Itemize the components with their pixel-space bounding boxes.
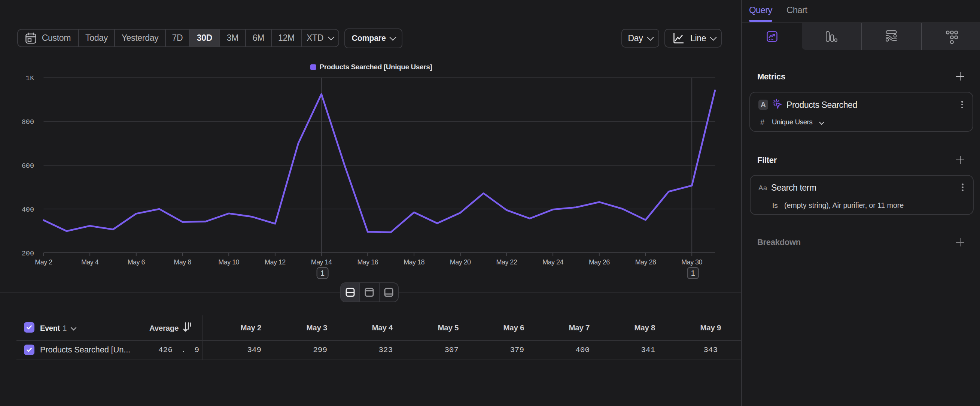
svg-text:1: 1 (691, 269, 695, 277)
svg-text:May 18: May 18 (404, 258, 425, 266)
svg-text:May 30: May 30 (681, 258, 702, 266)
svg-text:May 16: May 16 (357, 258, 378, 266)
svg-text:1: 1 (320, 269, 325, 277)
svg-text:Products Searched [Unique User: Products Searched [Unique Users] (320, 63, 432, 71)
svg-text:400: 400 (22, 206, 34, 214)
svg-text:May 10: May 10 (218, 258, 239, 266)
svg-text:600: 600 (22, 162, 34, 170)
svg-text:May 12: May 12 (265, 258, 286, 266)
svg-text:May 28: May 28 (635, 258, 656, 266)
svg-text:May 8: May 8 (174, 258, 191, 266)
svg-text:May 26: May 26 (589, 258, 610, 266)
svg-text:May 24: May 24 (542, 258, 563, 266)
svg-text:1K: 1K (26, 75, 35, 83)
svg-text:800: 800 (22, 118, 34, 126)
svg-text:May 4: May 4 (81, 258, 99, 266)
svg-text:200: 200 (22, 250, 34, 258)
svg-text:May 20: May 20 (450, 258, 471, 266)
svg-text:May 22: May 22 (496, 258, 517, 266)
svg-text:May 6: May 6 (128, 258, 145, 266)
svg-text:May 2: May 2 (35, 258, 52, 266)
svg-text:May 14: May 14 (311, 258, 332, 266)
